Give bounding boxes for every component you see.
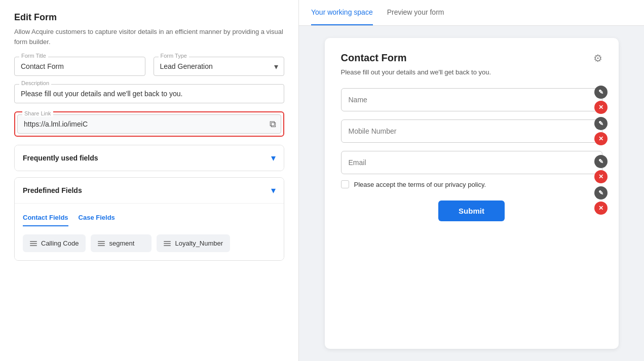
gear-icon[interactable]: ⚙ xyxy=(593,52,602,64)
drag-icon-loyalty-number xyxy=(164,241,171,246)
tab-contact-fields[interactable]: Contact Fields xyxy=(23,210,68,226)
privacy-checkbox[interactable] xyxy=(341,180,349,188)
form-type-select[interactable]: Lead Generation Support Feedback xyxy=(154,57,285,76)
field-pill-loyalty-number[interactable]: Loyalty_Number xyxy=(157,234,230,252)
form-card-header: Contact Form ⚙ xyxy=(341,52,602,64)
tab-case-fields[interactable]: Case Fields xyxy=(79,210,115,226)
predefined-fields-header[interactable]: Predefined Fields ▾ xyxy=(15,178,284,203)
right-tabs-header: Your working space Preview your form xyxy=(299,0,644,26)
privacy-text: Please accept the terms of our privacy p… xyxy=(354,181,486,188)
share-link-label: Share Link xyxy=(22,110,53,116)
copy-link-button[interactable]: ⧉ xyxy=(270,119,276,130)
edit-icon-email-2: ✎ xyxy=(598,189,603,196)
close-icon: ✕ xyxy=(598,104,603,111)
description-label: Description xyxy=(19,80,51,86)
right-panel: Your working space Preview your form Con… xyxy=(299,0,644,361)
close-icon-email-1: ✕ xyxy=(598,173,603,180)
email-field-actions: ✎ ✕ ✎ ✕ xyxy=(594,155,608,215)
page-description: Allow Acquire customers to capture visit… xyxy=(14,27,284,47)
predefined-fields-body: Contact Fields Case Fields Calling Code xyxy=(15,203,284,260)
preview-email-input[interactable] xyxy=(341,151,602,174)
close-icon-email-2: ✕ xyxy=(598,205,603,212)
mobile-field-actions: ✎ ✕ xyxy=(594,117,608,145)
edit-icon: ✎ xyxy=(598,89,603,96)
name-edit-button[interactable]: ✎ xyxy=(594,86,608,99)
submit-button[interactable]: Submit xyxy=(438,200,505,221)
email-edit-button-2[interactable]: ✎ xyxy=(594,186,608,199)
description-input[interactable] xyxy=(14,84,284,103)
field-pill-calling-code[interactable]: Calling Code xyxy=(23,234,86,252)
edit-icon-mobile: ✎ xyxy=(598,120,603,127)
share-link-wrapper: Share Link ⧉ xyxy=(14,111,284,137)
tab-preview-form[interactable]: Preview your form xyxy=(387,0,444,25)
form-title-group: Form Title xyxy=(14,57,145,76)
form-title-input[interactable] xyxy=(14,57,145,76)
page-title: Edit Form xyxy=(14,12,284,23)
email-edit-button-1[interactable]: ✎ xyxy=(594,155,608,168)
preview-name-input[interactable] xyxy=(341,88,602,111)
name-delete-button[interactable]: ✕ xyxy=(594,101,608,114)
preview-mobile-input[interactable] xyxy=(341,119,602,143)
predefined-fields-chevron-icon: ▾ xyxy=(271,185,276,196)
predefined-fields-title: Predefined Fields xyxy=(23,186,82,194)
share-link-group: Share Link ⧉ xyxy=(17,114,281,134)
copy-icon: ⧉ xyxy=(270,119,276,130)
description-group: Description xyxy=(14,84,284,103)
form-title-label: Form Title xyxy=(19,53,48,59)
tab-workspace[interactable]: Your working space xyxy=(311,0,373,25)
email-delete-button-2[interactable]: ✕ xyxy=(594,202,608,215)
share-link-input[interactable] xyxy=(17,114,281,134)
form-meta-row: Form Title Form Type Lead Generation Sup… xyxy=(14,57,284,76)
preview-field-mobile: ✎ ✕ xyxy=(341,119,602,143)
edit-icon-email-1: ✎ xyxy=(598,158,603,165)
email-delete-button-1[interactable]: ✕ xyxy=(594,170,608,183)
frequently-used-chevron-icon: ▾ xyxy=(271,152,276,164)
workspace-area: Contact Form ⚙ Please fill out your deta… xyxy=(299,26,644,361)
drag-icon-segment xyxy=(98,241,105,246)
mobile-edit-button[interactable]: ✎ xyxy=(594,117,608,130)
form-preview-card: Contact Form ⚙ Please fill out your deta… xyxy=(325,38,619,349)
field-pill-segment[interactable]: segment xyxy=(91,234,151,252)
privacy-row: Please accept the terms of our privacy p… xyxy=(341,180,602,188)
mobile-delete-button[interactable]: ✕ xyxy=(594,132,608,145)
form-type-group: Form Type Lead Generation Support Feedba… xyxy=(154,57,285,76)
name-field-actions: ✎ ✕ xyxy=(594,86,608,114)
predefined-fields-grid: Calling Code segment Loyalty_Number xyxy=(23,234,276,252)
preview-field-email: ✎ ✕ ✎ ✕ xyxy=(341,151,602,174)
frequently-used-title: Frequently used fields xyxy=(23,154,98,162)
drag-icon-calling-code xyxy=(30,241,37,246)
frequently-used-header[interactable]: Frequently used fields ▾ xyxy=(15,145,284,171)
preview-field-name: ✎ ✕ xyxy=(341,88,602,111)
predefined-fields-accordion: Predefined Fields ▾ Contact Fields Case … xyxy=(14,177,284,261)
frequently-used-accordion: Frequently used fields ▾ xyxy=(14,145,284,171)
form-type-label: Form Type xyxy=(159,53,189,59)
preview-form-title: Contact Form xyxy=(341,52,407,64)
preview-form-subtitle: Please fill out your details and we'll g… xyxy=(341,68,602,76)
close-icon-mobile: ✕ xyxy=(598,135,603,142)
predefined-tabs: Contact Fields Case Fields xyxy=(23,210,276,226)
left-panel: Edit Form Allow Acquire customers to cap… xyxy=(0,0,299,361)
